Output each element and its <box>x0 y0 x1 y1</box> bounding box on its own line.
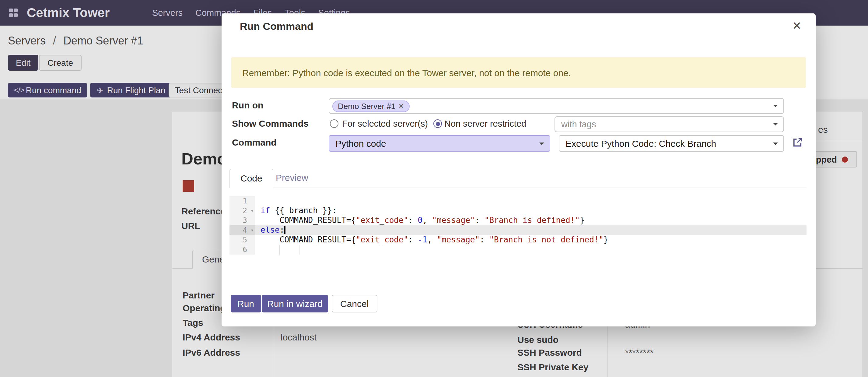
line-number: 5 <box>229 235 255 245</box>
warning-text: Remember: Python code is executed on the… <box>242 67 571 78</box>
radio-for-selected-servers[interactable] <box>330 119 338 128</box>
text-cursor <box>284 226 285 234</box>
tabs-underline <box>229 187 807 188</box>
radio-non-server-restricted[interactable] <box>433 119 442 128</box>
line-number: 6 <box>229 245 255 255</box>
code-line: COMMAND_RESULT={"exit_code": -1, "messag… <box>255 235 807 245</box>
show-commands-label: Show Commands <box>232 118 309 128</box>
line-number: 1 <box>229 196 255 206</box>
command-type-select[interactable]: Python code <box>329 135 550 152</box>
line-number: 4▾ <box>229 225 255 235</box>
fold-arrow-icon[interactable]: ▾ <box>250 206 254 215</box>
editor-line[interactable]: 4▾else: <box>229 225 807 235</box>
cancel-button[interactable]: Cancel <box>332 295 377 313</box>
modal-title: Run Command <box>240 21 313 33</box>
code-line <box>255 245 807 255</box>
tab-code[interactable]: Code <box>229 169 273 188</box>
editor-line[interactable]: 5 COMMAND_RESULT={"exit_code": -1, "mess… <box>229 235 807 245</box>
external-link-icon[interactable] <box>791 137 804 149</box>
code-line <box>255 196 807 206</box>
line-number: 2▾ <box>229 206 255 215</box>
warning-banner: Remember: Python code is executed on the… <box>231 57 806 88</box>
run-on-input[interactable]: Demo Server #1 ✕ <box>329 98 784 114</box>
with-tags-select[interactable]: with tags <box>555 116 784 132</box>
command-select[interactable]: Execute Python Code: Check Branch <box>559 135 784 152</box>
editor-line[interactable]: 2▾if {{ branch }}: <box>229 206 807 215</box>
radio-non-server-restricted-label[interactable]: Non server restricted <box>444 119 526 128</box>
command-label: Command <box>232 137 277 147</box>
cetmix-tower-app: Cetmix Tower Servers Commands Files Tool… <box>0 0 868 377</box>
code-line: if {{ branch }}: <box>255 206 807 215</box>
remove-tag-icon[interactable]: ✕ <box>398 102 404 110</box>
tab-preview[interactable]: Preview <box>272 169 312 188</box>
editor-line[interactable]: 3 COMMAND_RESULT={"exit_code": 0, "messa… <box>229 215 807 225</box>
line-number: 3 <box>229 215 255 225</box>
editor-line[interactable]: 6 <box>229 245 807 255</box>
code-line: else: <box>255 225 807 235</box>
server-tag-chip[interactable]: Demo Server #1 ✕ <box>332 100 410 112</box>
run-button[interactable]: Run <box>231 295 261 313</box>
radio-for-selected-servers-label[interactable]: For selected server(s) <box>342 119 428 128</box>
editor-line[interactable]: 1 <box>229 196 807 206</box>
close-icon[interactable]: × <box>793 17 801 35</box>
fold-arrow-icon[interactable]: ▾ <box>250 225 254 235</box>
server-tag-label: Demo Server #1 <box>338 102 395 111</box>
run-command-modal: Run Command × Remember: Python code is e… <box>222 13 816 326</box>
run-in-wizard-button[interactable]: Run in wizard <box>262 295 328 313</box>
code-editor[interactable]: 12▾if {{ branch }}:3 COMMAND_RESULT={"ex… <box>229 196 807 255</box>
run-on-label: Run on <box>232 100 263 110</box>
code-line: COMMAND_RESULT={"exit_code": 0, "message… <box>255 215 807 225</box>
